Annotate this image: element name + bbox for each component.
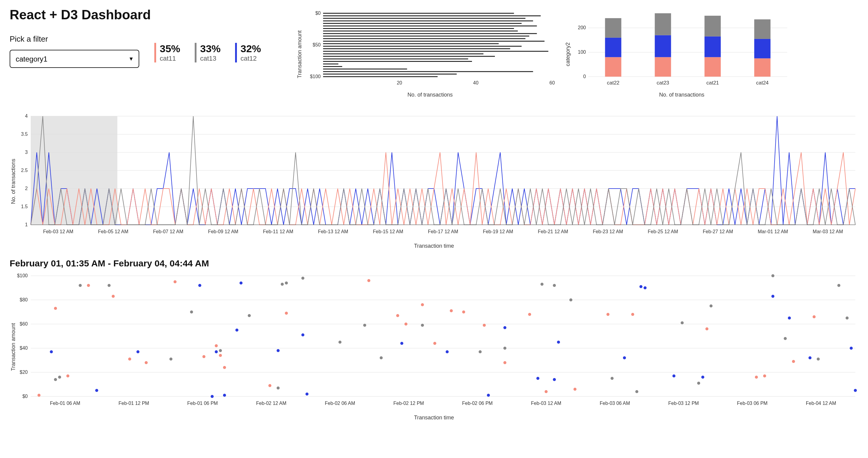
svg-point-127 xyxy=(763,374,766,377)
svg-point-140 xyxy=(301,334,304,336)
svg-rect-44 xyxy=(655,13,671,35)
svg-point-187 xyxy=(817,357,820,361)
svg-point-181 xyxy=(635,390,638,393)
svg-text:Feb-03 06 PM: Feb-03 06 PM xyxy=(737,401,767,406)
svg-point-115 xyxy=(433,342,436,345)
svg-text:Feb-27 12 AM: Feb-27 12 AM xyxy=(703,229,733,234)
svg-rect-50 xyxy=(754,58,771,77)
svg-rect-40 xyxy=(605,18,621,38)
svg-point-132 xyxy=(136,350,140,353)
svg-text:cat24: cat24 xyxy=(756,80,769,86)
svg-point-178 xyxy=(553,284,556,287)
svg-point-183 xyxy=(697,382,700,385)
stacked-bar-chart: category2 0100200cat22cat23cat21cat24 No… xyxy=(573,10,790,98)
svg-point-157 xyxy=(849,347,852,350)
svg-text:$60: $60 xyxy=(20,321,28,326)
pct-label: cat12 xyxy=(241,55,268,62)
svg-rect-51 xyxy=(754,39,771,59)
svg-text:Feb-19 12 AM: Feb-19 12 AM xyxy=(483,229,513,234)
svg-rect-38 xyxy=(605,57,621,77)
svg-point-101 xyxy=(112,295,115,298)
svg-point-144 xyxy=(487,394,490,397)
svg-point-167 xyxy=(277,387,280,390)
filter-row: Pick a filter category1category2 ▼ 35%ca… xyxy=(10,34,293,68)
svg-text:0: 0 xyxy=(583,74,586,79)
svg-text:Mar-03 12 AM: Mar-03 12 AM xyxy=(813,229,843,234)
svg-rect-52 xyxy=(754,19,771,39)
svg-text:Feb-05 12 AM: Feb-05 12 AM xyxy=(98,229,128,234)
scatter-ylabel: Transaction amount xyxy=(10,323,17,371)
svg-text:Feb-23 12 AM: Feb-23 12 AM xyxy=(593,229,623,234)
scatter-xlabel: Transaction time xyxy=(10,414,858,421)
svg-point-111 xyxy=(367,279,370,282)
svg-rect-48 xyxy=(705,16,721,36)
svg-point-125 xyxy=(706,327,709,331)
svg-rect-39 xyxy=(605,38,621,57)
svg-point-174 xyxy=(421,324,424,327)
svg-text:$80: $80 xyxy=(20,297,28,302)
svg-text:Feb-25 12 AM: Feb-25 12 AM xyxy=(648,229,678,234)
svg-point-137 xyxy=(236,328,239,332)
svg-point-148 xyxy=(557,341,560,344)
svg-text:Feb-03 12 PM: Feb-03 12 PM xyxy=(668,401,699,406)
svg-point-164 xyxy=(190,311,193,313)
svg-point-139 xyxy=(277,349,280,352)
svg-text:Feb-09 12 AM: Feb-09 12 AM xyxy=(208,229,239,234)
filter-select[interactable]: category1category2 xyxy=(10,50,139,68)
svg-text:2: 2 xyxy=(25,186,28,191)
svg-point-170 xyxy=(301,277,304,280)
svg-text:60: 60 xyxy=(550,80,555,85)
top-left-panel: React + D3 Dashboard Pick a filter categ… xyxy=(10,7,293,68)
svg-rect-46 xyxy=(705,57,721,77)
svg-point-116 xyxy=(450,309,453,312)
svg-point-121 xyxy=(545,390,548,393)
svg-text:4: 4 xyxy=(25,113,28,119)
svg-text:Feb-03 12 AM: Feb-03 12 AM xyxy=(43,229,73,234)
svg-point-177 xyxy=(540,283,544,286)
svg-text:Feb-15 12 AM: Feb-15 12 AM xyxy=(373,229,403,234)
svg-text:$100: $100 xyxy=(17,273,28,278)
svg-point-99 xyxy=(66,374,69,377)
svg-text:20: 20 xyxy=(397,80,402,85)
svg-point-123 xyxy=(607,313,610,316)
svg-text:Feb-07 12 AM: Feb-07 12 AM xyxy=(153,229,184,234)
page-title: React + D3 Dashboard xyxy=(10,7,293,22)
histogram-xlabel: No. of transactions xyxy=(305,92,555,98)
svg-point-145 xyxy=(503,326,506,329)
svg-point-182 xyxy=(681,321,684,324)
timeline-chart: No. of transactions 11.522.533.54Feb-03 … xyxy=(10,113,858,249)
svg-text:$0: $0 xyxy=(315,10,321,16)
svg-text:Feb-02 06 AM: Feb-02 06 AM xyxy=(325,401,355,406)
filter-block: Pick a filter category1category2 ▼ xyxy=(10,34,139,68)
svg-point-138 xyxy=(240,282,243,285)
pct-card-cat13: 33%cat13 xyxy=(195,43,228,62)
svg-text:200: 200 xyxy=(578,25,586,30)
svg-point-100 xyxy=(87,284,90,287)
timeline-svg[interactable]: 11.522.533.54Feb-03 12 AMFeb-05 12 AMFeb… xyxy=(10,113,858,240)
svg-point-108 xyxy=(223,366,226,369)
pct-label: cat11 xyxy=(160,55,187,62)
svg-point-184 xyxy=(710,305,712,308)
svg-point-142 xyxy=(400,342,403,345)
svg-point-151 xyxy=(644,286,647,289)
svg-text:Feb-21 12 AM: Feb-21 12 AM xyxy=(538,229,568,234)
svg-point-117 xyxy=(462,311,465,313)
svg-point-171 xyxy=(338,341,341,344)
svg-point-156 xyxy=(809,356,812,359)
top-row: React + D3 Dashboard Pick a filter categ… xyxy=(10,7,858,98)
scatter-chart: Transaction amount $0$20$40$60$80$100Feb… xyxy=(10,273,858,421)
histogram-chart: Transaction amount $0$50$100204060 No. o… xyxy=(305,10,555,98)
svg-point-153 xyxy=(701,376,704,379)
svg-point-133 xyxy=(198,284,201,287)
svg-text:cat23: cat23 xyxy=(657,80,670,86)
svg-point-176 xyxy=(503,347,506,350)
svg-text:Feb-03 06 AM: Feb-03 06 AM xyxy=(600,401,630,406)
svg-text:2.5: 2.5 xyxy=(21,168,28,173)
svg-point-128 xyxy=(792,360,795,363)
pct-card-cat11: 35%cat11 xyxy=(154,43,187,62)
svg-point-131 xyxy=(95,389,98,392)
svg-text:Feb-04 12 AM: Feb-04 12 AM xyxy=(806,401,836,406)
svg-text:3.5: 3.5 xyxy=(21,132,28,137)
svg-text:Mar-01 12 AM: Mar-01 12 AM xyxy=(758,229,788,234)
pct-cards: 35%cat1133%cat1332%cat12 xyxy=(154,43,268,62)
